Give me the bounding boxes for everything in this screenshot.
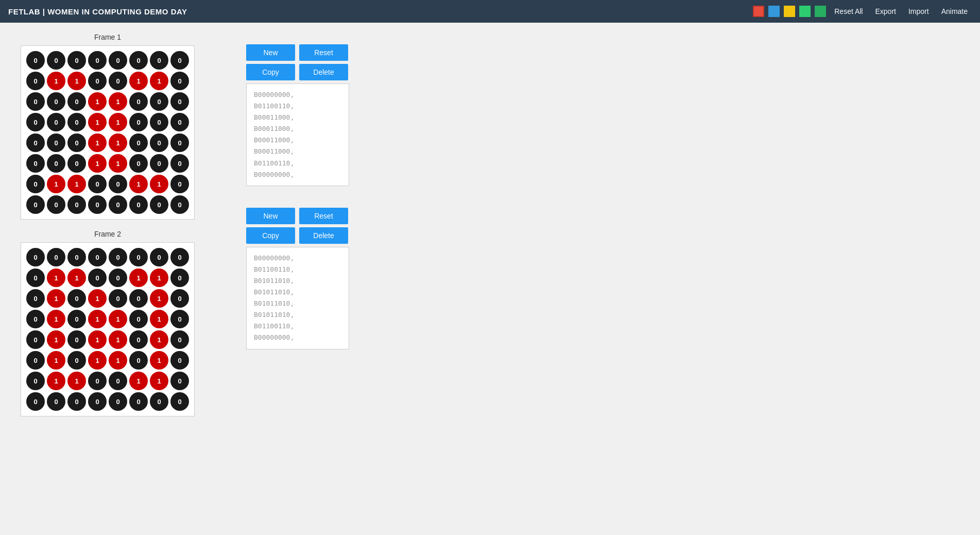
led-cell-1-6-2[interactable]: 1 <box>67 175 86 193</box>
led-cell-2-6-5[interactable]: 1 <box>129 372 148 390</box>
led-cell-2-3-4[interactable]: 1 <box>109 310 127 328</box>
led-cell-1-2-3[interactable]: 1 <box>88 92 107 111</box>
led-cell-1-4-4[interactable]: 1 <box>109 133 127 152</box>
led-cell-1-5-2[interactable]: 0 <box>67 154 86 173</box>
led-cell-1-0-2[interactable]: 0 <box>67 51 86 70</box>
led-cell-1-1-5[interactable]: 1 <box>129 72 148 90</box>
swatch-blue[interactable] <box>768 6 780 17</box>
led-cell-1-6-6[interactable]: 1 <box>150 175 168 193</box>
delete-button-frame-2[interactable]: Delete <box>299 227 348 244</box>
led-cell-2-2-6[interactable]: 1 <box>150 289 168 308</box>
led-cell-2-2-2[interactable]: 0 <box>67 289 86 308</box>
led-cell-1-2-7[interactable]: 0 <box>170 92 189 111</box>
led-cell-1-5-4[interactable]: 1 <box>109 154 127 173</box>
led-cell-2-2-5[interactable]: 0 <box>129 289 148 308</box>
led-cell-1-7-7[interactable]: 0 <box>170 195 189 214</box>
led-cell-1-7-5[interactable]: 0 <box>129 195 148 214</box>
led-cell-2-6-0[interactable]: 0 <box>26 372 45 390</box>
reset-button-frame-2[interactable]: Reset <box>299 208 348 224</box>
led-cell-1-3-4[interactable]: 1 <box>109 113 127 131</box>
led-cell-2-7-1[interactable]: 0 <box>47 392 65 411</box>
led-cell-1-4-5[interactable]: 0 <box>129 133 148 152</box>
led-cell-1-1-2[interactable]: 1 <box>67 72 86 90</box>
import-button[interactable]: Import <box>904 5 933 18</box>
led-cell-1-2-0[interactable]: 0 <box>26 92 45 111</box>
led-cell-1-5-1[interactable]: 0 <box>47 154 65 173</box>
led-cell-1-1-3[interactable]: 0 <box>88 72 107 90</box>
led-cell-1-7-2[interactable]: 0 <box>67 195 86 214</box>
led-cell-1-4-7[interactable]: 0 <box>170 133 189 152</box>
led-cell-2-1-2[interactable]: 1 <box>67 269 86 287</box>
new-button-frame-2[interactable]: New <box>246 208 295 224</box>
led-cell-2-4-3[interactable]: 1 <box>88 330 107 349</box>
led-cell-1-7-0[interactable]: 0 <box>26 195 45 214</box>
led-cell-1-6-3[interactable]: 0 <box>88 175 107 193</box>
led-cell-2-1-3[interactable]: 0 <box>88 269 107 287</box>
led-cell-2-0-7[interactable]: 0 <box>170 248 189 266</box>
led-cell-2-0-2[interactable]: 0 <box>67 248 86 266</box>
reset-button-frame-1[interactable]: Reset <box>299 44 348 61</box>
reset-all-button[interactable]: Reset All <box>830 5 867 18</box>
led-cell-2-5-3[interactable]: 1 <box>88 351 107 370</box>
led-cell-2-7-2[interactable]: 0 <box>67 392 86 411</box>
led-cell-1-2-5[interactable]: 0 <box>129 92 148 111</box>
led-cell-2-6-4[interactable]: 0 <box>109 372 127 390</box>
led-cell-1-3-2[interactable]: 0 <box>67 113 86 131</box>
led-cell-1-7-6[interactable]: 0 <box>150 195 168 214</box>
led-cell-1-2-6[interactable]: 0 <box>150 92 168 111</box>
led-cell-1-3-7[interactable]: 0 <box>170 113 189 131</box>
led-cell-2-6-6[interactable]: 1 <box>150 372 168 390</box>
led-cell-1-4-2[interactable]: 0 <box>67 133 86 152</box>
swatch-green-light[interactable] <box>799 6 811 17</box>
led-cell-1-1-7[interactable]: 0 <box>170 72 189 90</box>
led-cell-2-3-5[interactable]: 0 <box>129 310 148 328</box>
led-cell-1-0-7[interactable]: 0 <box>170 51 189 70</box>
led-cell-2-0-5[interactable]: 0 <box>129 248 148 266</box>
led-cell-2-6-7[interactable]: 0 <box>170 372 189 390</box>
led-cell-2-6-2[interactable]: 1 <box>67 372 86 390</box>
led-cell-1-6-5[interactable]: 1 <box>129 175 148 193</box>
led-cell-1-7-3[interactable]: 0 <box>88 195 107 214</box>
led-cell-2-6-3[interactable]: 0 <box>88 372 107 390</box>
led-cell-1-7-1[interactable]: 0 <box>47 195 65 214</box>
led-cell-2-5-6[interactable]: 1 <box>150 351 168 370</box>
led-cell-1-3-0[interactable]: 0 <box>26 113 45 131</box>
led-cell-1-6-7[interactable]: 0 <box>170 175 189 193</box>
led-cell-2-0-0[interactable]: 0 <box>26 248 45 266</box>
led-cell-2-3-7[interactable]: 0 <box>170 310 189 328</box>
led-cell-2-2-7[interactable]: 0 <box>170 289 189 308</box>
led-cell-2-1-7[interactable]: 0 <box>170 269 189 287</box>
led-cell-1-0-5[interactable]: 0 <box>129 51 148 70</box>
led-cell-2-1-5[interactable]: 1 <box>129 269 148 287</box>
led-cell-2-0-3[interactable]: 0 <box>88 248 107 266</box>
delete-button-frame-1[interactable]: Delete <box>299 64 348 80</box>
led-cell-2-3-2[interactable]: 0 <box>67 310 86 328</box>
animate-button[interactable]: Animate <box>937 5 972 18</box>
led-cell-1-6-1[interactable]: 1 <box>47 175 65 193</box>
led-cell-1-5-3[interactable]: 1 <box>88 154 107 173</box>
led-cell-2-2-3[interactable]: 1 <box>88 289 107 308</box>
led-cell-2-5-2[interactable]: 0 <box>67 351 86 370</box>
led-cell-2-0-1[interactable]: 0 <box>47 248 65 266</box>
led-cell-1-4-3[interactable]: 1 <box>88 133 107 152</box>
led-cell-1-2-1[interactable]: 0 <box>47 92 65 111</box>
led-cell-1-5-5[interactable]: 0 <box>129 154 148 173</box>
led-cell-1-2-4[interactable]: 1 <box>109 92 127 111</box>
copy-button-frame-2[interactable]: Copy <box>246 227 295 244</box>
led-cell-2-7-7[interactable]: 0 <box>170 392 189 411</box>
led-cell-2-3-0[interactable]: 0 <box>26 310 45 328</box>
led-cell-2-4-5[interactable]: 0 <box>129 330 148 349</box>
led-cell-2-7-4[interactable]: 0 <box>109 392 127 411</box>
led-cell-2-5-5[interactable]: 0 <box>129 351 148 370</box>
led-cell-1-2-2[interactable]: 0 <box>67 92 86 111</box>
led-cell-2-3-3[interactable]: 1 <box>88 310 107 328</box>
led-cell-1-1-1[interactable]: 1 <box>47 72 65 90</box>
led-cell-2-4-6[interactable]: 1 <box>150 330 168 349</box>
led-cell-2-1-4[interactable]: 0 <box>109 269 127 287</box>
led-cell-2-4-2[interactable]: 0 <box>67 330 86 349</box>
led-cell-2-7-5[interactable]: 0 <box>129 392 148 411</box>
led-cell-2-2-0[interactable]: 0 <box>26 289 45 308</box>
led-cell-1-6-0[interactable]: 0 <box>26 175 45 193</box>
led-cell-1-5-7[interactable]: 0 <box>170 154 189 173</box>
led-cell-2-1-1[interactable]: 1 <box>47 269 65 287</box>
